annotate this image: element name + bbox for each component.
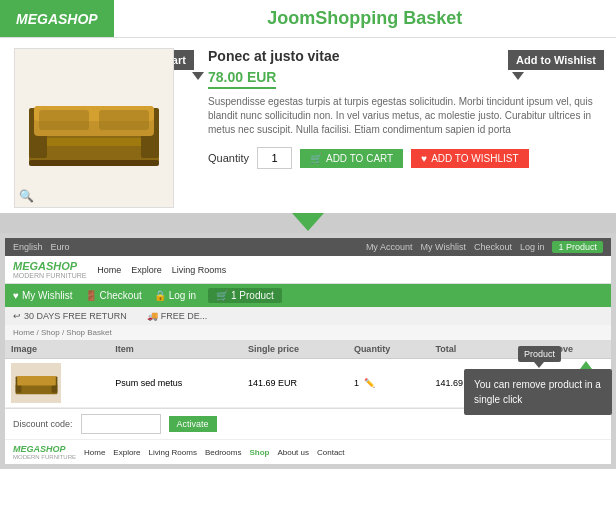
info-bar: ↩ 30 DAYS FREE RETURN 🚚 FREE DE... <box>5 307 611 325</box>
wishlist-bar-item[interactable]: ♥ My Wishlist <box>13 290 73 301</box>
zoom-icon[interactable]: 🔍 <box>19 189 34 203</box>
svg-rect-9 <box>15 385 57 395</box>
footer-nav-home[interactable]: Home <box>84 448 105 457</box>
table-product-image <box>11 363 61 403</box>
product-row: 🔍 Ponec at justo vitae 78.00 EUR Suspend… <box>14 48 602 208</box>
cart-count-badge[interactable]: 1 Product <box>552 241 603 253</box>
returns-label: 30 DAYS FREE RETURN <box>24 311 127 321</box>
remove-product-callout: You can remove product in a single click <box>464 369 612 415</box>
mini-logo: MEGASHOP MODERN FURNITURE <box>13 260 87 279</box>
truck-icon: 🚚 <box>147 311 158 321</box>
nav-explore[interactable]: Explore <box>131 265 162 275</box>
basket-section: English Euro My Account My Wishlist Chec… <box>0 233 616 469</box>
heart-icon: ♥ <box>421 153 427 164</box>
login-bar-item[interactable]: 🔒 Log in <box>154 290 196 301</box>
col-quantity: Quantity <box>348 340 430 359</box>
app-header: MEGASHOP JoomShopping Basket <box>0 0 616 38</box>
quantity-input[interactable] <box>257 147 292 169</box>
col-single-price: Single price <box>242 340 348 359</box>
col-item: Item <box>109 340 242 359</box>
lock-icon: 🔒 <box>154 290 166 301</box>
wishlist-bar-label: My Wishlist <box>22 290 73 301</box>
edit-quantity-icon[interactable]: ✏️ <box>364 378 375 388</box>
header-title: JoomShopping Basket <box>114 8 616 29</box>
product-detail-section: Add to Cart Add to Wishlist 🔍 <box>0 38 616 213</box>
product-column-callout: Product <box>518 346 561 362</box>
discount-code-input[interactable] <box>81 414 161 434</box>
section-divider <box>0 213 616 233</box>
checkout-bar-item[interactable]: 🚪 Checkout <box>85 290 142 301</box>
footer-logo-area: MEGASHOP MODERN FURNITURE <box>13 444 76 460</box>
footer-nav-living[interactable]: Living Rooms <box>148 448 196 457</box>
login-bar-label: Log in <box>169 290 196 301</box>
cell-item-name: Psum sed metus <box>109 359 242 408</box>
add-to-cart-button[interactable]: 🛒 ADD TO CART <box>300 149 403 168</box>
down-arrow-icon <box>292 213 324 231</box>
delivery-label: FREE DE... <box>161 311 208 321</box>
cell-quantity: 1 ✏️ <box>348 359 430 408</box>
svg-rect-7 <box>99 110 149 130</box>
my-account-link[interactable]: My Account <box>366 242 413 252</box>
nav-home[interactable]: Home <box>97 265 121 275</box>
cart-icon: 🛒 <box>310 153 322 164</box>
nav-living-rooms[interactable]: Living Rooms <box>172 265 227 275</box>
product-price: 78.00 EUR <box>208 69 276 89</box>
login-link[interactable]: Log in <box>520 242 545 252</box>
product-info: Ponec at justo vitae 78.00 EUR Suspendis… <box>188 48 602 208</box>
quantity-row: Quantity 🛒 ADD TO CART ♥ ADD TO WISHLIST <box>208 147 602 169</box>
breadcrumb: Home / Shop / Shop Basket <box>5 325 611 340</box>
activate-button[interactable]: Activate <box>169 416 217 432</box>
mini-top-bar-left: English Euro <box>13 242 70 252</box>
quantity-label: Quantity <box>208 152 249 164</box>
app-wrapper: MEGASHOP JoomShopping Basket Add to Cart… <box>0 0 616 469</box>
footer-nav-bedrooms[interactable]: Bedrooms <box>205 448 241 457</box>
delivery-info: 🚚 FREE DE... <box>147 311 208 321</box>
footer-nav-about[interactable]: About us <box>277 448 309 457</box>
mini-top-bar-right: My Account My Wishlist Checkout Log in 1… <box>366 241 603 253</box>
cart-bar-icon: 🛒 <box>216 290 228 301</box>
green-action-bar: ♥ My Wishlist 🚪 Checkout 🔒 Log in 🛒 1 Pr… <box>5 284 611 307</box>
cell-single-price: 141.69 EUR <box>242 359 348 408</box>
product-description: Suspendisse egestas turpis at turpis ege… <box>208 95 602 137</box>
footer-nav: MEGASHOP MODERN FURNITURE Home Explore L… <box>5 439 611 464</box>
cell-image <box>5 359 109 408</box>
currency-selector[interactable]: Euro <box>51 242 70 252</box>
mini-nav-items: Home Explore Living Rooms <box>97 265 603 275</box>
mini-top-bar: English Euro My Account My Wishlist Chec… <box>5 238 611 256</box>
product-image-area: 🔍 <box>14 48 174 208</box>
svg-rect-8 <box>29 160 159 166</box>
footer-nav-shop[interactable]: Shop <box>249 448 269 457</box>
product-name: Ponec at justo vitae <box>208 48 602 64</box>
svg-rect-1 <box>29 138 159 146</box>
header-logo: MEGASHOP <box>0 0 114 37</box>
returns-info: ↩ 30 DAYS FREE RETURN <box>13 311 127 321</box>
door-icon: 🚪 <box>85 290 97 301</box>
language-selector[interactable]: English <box>13 242 43 252</box>
checkout-link[interactable]: Checkout <box>474 242 512 252</box>
col-total: Total <box>429 340 532 359</box>
discount-label: Discount code: <box>13 419 73 429</box>
bed-image <box>24 68 164 188</box>
my-wishlist-link[interactable]: My Wishlist <box>420 242 466 252</box>
footer-nav-explore[interactable]: Explore <box>113 448 140 457</box>
checkout-bar-label: Checkout <box>100 290 142 301</box>
cart-bar-label: 1 Product <box>231 290 274 301</box>
cart-bar-item[interactable]: 🛒 1 Product <box>208 288 282 303</box>
heart-bar-icon: ♥ <box>13 290 19 301</box>
add-to-wishlist-button[interactable]: ♥ ADD TO WISHLIST <box>411 149 528 168</box>
add-to-cart-label: ADD TO CART <box>326 153 393 164</box>
footer-nav-contact[interactable]: Contact <box>317 448 345 457</box>
svg-rect-6 <box>39 110 89 130</box>
svg-rect-12 <box>17 376 56 386</box>
mini-nav: MEGASHOP MODERN FURNITURE Home Explore L… <box>5 256 611 284</box>
svg-rect-0 <box>29 133 159 163</box>
table-bed-icon <box>14 365 59 401</box>
footer-logo-sub: MODERN FURNITURE <box>13 454 76 460</box>
add-to-wishlist-label: ADD TO WISHLIST <box>431 153 518 164</box>
footer-logo: MEGASHOP <box>13 444 76 454</box>
col-image: Image <box>5 340 109 359</box>
returns-icon: ↩ <box>13 311 21 321</box>
